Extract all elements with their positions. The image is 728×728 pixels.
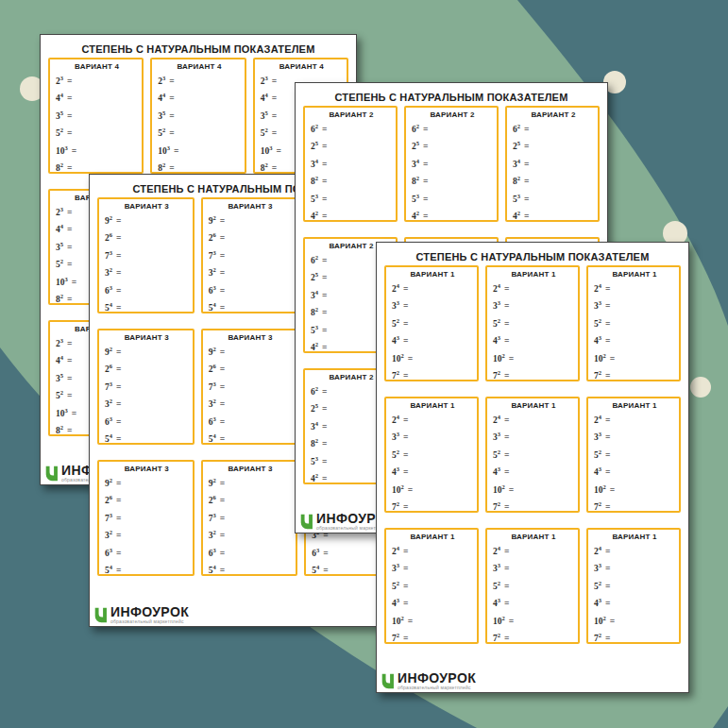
- variant-label: ВАРИАНТ 1: [594, 533, 675, 542]
- infourok-leaf-icon: [45, 466, 59, 482]
- power-expression: 52=: [392, 577, 473, 594]
- power-expression: 33=: [392, 296, 473, 313]
- preview-canvas: СТЕПЕНЬ С НАТУРАЛЬНЫМ ПОКАЗАТЕЛЕМ ВАРИАН…: [0, 0, 728, 728]
- variant-box: ВАРИАНТ 124=33=52=43=102=72=: [384, 528, 479, 644]
- variant-box: ВАРИАНТ 392=26=73=32=63=54=: [201, 197, 298, 313]
- infourok-leaf-icon: [94, 607, 108, 623]
- variant-label: ВАРИАНТ 1: [392, 533, 473, 542]
- power-expression: 102=: [493, 481, 574, 498]
- power-expression: 72=: [493, 366, 574, 381]
- logo-name: ИНФОУРОК: [398, 671, 476, 685]
- power-expression: 92=: [209, 343, 293, 360]
- power-expression: 73=: [209, 509, 293, 526]
- variant-box: ВАРИАНТ 124=33=52=43=102=72=: [384, 397, 479, 513]
- power-expression: 102=: [392, 349, 473, 366]
- variant-label: ВАРИАНТ 4: [158, 62, 240, 72]
- power-expression: 25=: [412, 137, 493, 154]
- power-expression: 72=: [594, 366, 675, 381]
- power-expression: 42=: [311, 207, 392, 222]
- power-expression: 54=: [209, 430, 293, 445]
- infourok-logo: ИНФОУРОК образовательный маркетплейс: [381, 671, 476, 690]
- power-expression: 54=: [209, 561, 293, 576]
- variant-label: ВАРИАНТ 1: [493, 533, 574, 542]
- power-expression: 103=: [56, 142, 138, 159]
- variant-box: ВАРИАНТ 392=26=73=32=63=54=: [201, 460, 298, 576]
- logo-tagline: образовательный маркетплейс: [110, 618, 189, 624]
- power-expression: 52=: [56, 124, 138, 141]
- power-expression: 42=: [513, 207, 594, 222]
- power-expression: 24=: [594, 279, 675, 296]
- logo-tagline: образовательный маркетплейс: [398, 685, 476, 690]
- power-expression: 82=: [311, 172, 392, 189]
- power-expression: 33=: [493, 559, 574, 576]
- variant-box: ВАРИАНТ 262=25=34=82=53=42=: [505, 106, 600, 222]
- variant-label: ВАРИАНТ 3: [209, 202, 293, 212]
- power-expression: 73=: [105, 509, 189, 526]
- variant-box: ВАРИАНТ 392=26=73=32=63=54=: [97, 329, 195, 445]
- power-expression: 82=: [158, 159, 240, 174]
- power-expression: 52=: [493, 314, 574, 331]
- variant-box: ВАРИАНТ 392=26=73=32=63=54=: [201, 329, 298, 445]
- power-expression: 42=: [412, 207, 493, 222]
- power-expression: 26=: [105, 229, 189, 245]
- power-expression: 26=: [105, 360, 189, 377]
- variant-label: ВАРИАНТ 1: [392, 401, 473, 411]
- variant-label: ВАРИАНТ 3: [209, 333, 293, 343]
- variant-label: ВАРИАНТ 2: [311, 110, 392, 120]
- power-expression: 53=: [412, 190, 493, 207]
- power-expression: 33=: [493, 296, 574, 313]
- power-expression: 24=: [392, 542, 473, 559]
- power-expression: 52=: [493, 446, 574, 463]
- variant-box: ВАРИАНТ 423=44=35=52=103=82=: [48, 58, 144, 174]
- variant-box: ВАРИАНТ 124=33=52=43=102=72=: [485, 265, 580, 381]
- power-expression: 33=: [594, 296, 675, 313]
- power-expression: 35=: [56, 107, 138, 124]
- power-expression: 62=: [513, 120, 594, 137]
- power-expression: 33=: [594, 559, 675, 576]
- power-expression: 26=: [209, 491, 293, 508]
- power-expression: 25=: [311, 137, 392, 154]
- power-expression: 33=: [594, 428, 675, 445]
- variant-label: ВАРИАНТ 2: [412, 110, 493, 120]
- power-expression: 63=: [209, 544, 293, 561]
- power-expression: 52=: [594, 446, 675, 463]
- variant-box: ВАРИАНТ 262=25=34=82=53=42=: [303, 106, 398, 222]
- worksheet-title: СТЕПЕНЬ С НАТУРАЛЬНЫМ ПОКАЗАТЕЛЕМ: [377, 251, 688, 263]
- power-expression: 102=: [493, 349, 574, 366]
- worksheet-title: СТЕПЕНЬ С НАТУРАЛЬНЫМ ПОКАЗАТЕЛЕМ: [41, 43, 356, 56]
- variant-label: ВАРИАНТ 3: [105, 333, 189, 343]
- variant-box: ВАРИАНТ 262=25=34=82=53=42=: [404, 106, 499, 222]
- power-expression: 43=: [493, 463, 574, 480]
- power-expression: 62=: [311, 120, 392, 137]
- power-expression: 92=: [105, 212, 189, 229]
- power-expression: 102=: [594, 481, 675, 498]
- power-expression: 43=: [392, 331, 473, 348]
- power-expression: 32=: [209, 526, 293, 543]
- power-expression: 82=: [412, 172, 493, 189]
- power-expression: 43=: [594, 594, 675, 611]
- power-expression: 35=: [158, 107, 240, 124]
- power-expression: 102=: [392, 481, 473, 498]
- power-expression: 54=: [209, 298, 293, 313]
- worksheet-title: СТЕПЕНЬ С НАТУРАЛЬНЫМ ПОКАЗАТЕЛЕМ: [296, 92, 607, 104]
- logo-name: ИНФОУРОК: [110, 605, 189, 618]
- infourok-leaf-icon: [300, 514, 313, 530]
- power-expression: 26=: [209, 229, 293, 245]
- variant-box: ВАРИАНТ 124=33=52=43=102=72=: [586, 265, 681, 381]
- power-expression: 63=: [105, 281, 189, 298]
- power-expression: 43=: [594, 463, 675, 480]
- power-expression: 34=: [513, 155, 594, 172]
- power-expression: 63=: [209, 413, 293, 430]
- variant-grid: ВАРИАНТ 124=33=52=43=102=72=ВАРИАНТ 124=…: [384, 265, 681, 644]
- power-expression: 52=: [158, 124, 240, 141]
- power-expression: 92=: [209, 212, 293, 229]
- power-expression: 32=: [209, 395, 293, 412]
- power-expression: 43=: [493, 331, 574, 348]
- power-expression: 72=: [493, 629, 574, 644]
- power-expression: 24=: [392, 411, 473, 428]
- power-expression: 53=: [513, 190, 594, 207]
- power-expression: 24=: [493, 279, 574, 296]
- variant-box: ВАРИАНТ 124=33=52=43=102=72=: [586, 397, 681, 513]
- power-expression: 23=: [158, 72, 240, 89]
- variant-label: ВАРИАНТ 2: [513, 110, 594, 120]
